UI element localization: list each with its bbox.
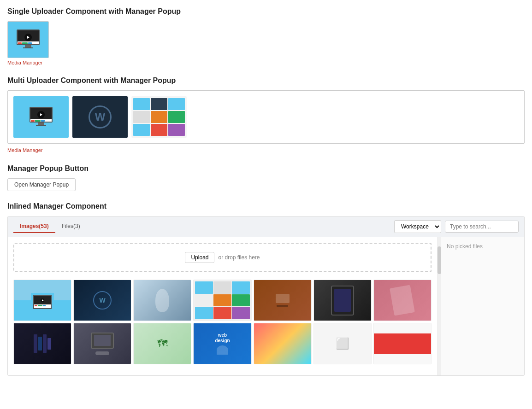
image-cell-4[interactable]	[193, 280, 251, 321]
multi-media-manager-link[interactable]: Media Manager	[7, 147, 42, 153]
image-cell-6[interactable]	[313, 280, 372, 321]
inlined-sidebar: No picked files	[441, 237, 524, 375]
manager-popup-title: Manager Popup Button	[7, 164, 525, 173]
image-cell-9[interactable]	[73, 323, 131, 364]
grid-cell-4	[133, 111, 150, 123]
multi-thumbnails: W	[13, 96, 519, 138]
image-cell-13[interactable]: ⬜	[313, 323, 372, 364]
monitor-icon	[16, 29, 41, 50]
inlined-manager-title: Inlined Manager Component	[7, 202, 525, 210]
inlined-header-right: Workspace	[394, 220, 519, 233]
play-icon-1	[37, 111, 45, 118]
upload-drop-label: or drop files here	[218, 254, 260, 261]
image-cell-8[interactable]	[13, 323, 71, 364]
play-icon	[24, 34, 32, 41]
grid-cell-8	[151, 124, 167, 136]
scrollbar-track	[437, 237, 441, 375]
image-cell-1[interactable]	[13, 280, 71, 321]
image-cell-7[interactable]	[373, 280, 432, 321]
single-uploader: Media Manager	[7, 21, 525, 65]
image-cell-11[interactable]: webdesign	[193, 323, 251, 364]
multi-thumb-2[interactable]: W	[72, 96, 128, 138]
upload-zone[interactable]: Upload or drop files here	[13, 243, 432, 272]
image-cell-14[interactable]	[373, 323, 432, 364]
image-cell-10[interactable]: 🗺	[133, 323, 191, 364]
multi-thumb-3[interactable]	[131, 96, 187, 138]
single-uploader-section: Single Uploader Component with Manager P…	[7, 7, 525, 65]
multi-uploader-title: Multi Uploader Component with Manager Po…	[7, 76, 525, 85]
grid-cell-9	[168, 124, 185, 136]
workspace-select[interactable]: Workspace	[394, 220, 441, 233]
search-input[interactable]	[445, 221, 519, 233]
image-cell-3[interactable]	[133, 280, 191, 321]
multi-uploader-container: W	[7, 90, 525, 144]
inlined-manager-header: Images(53) Files(3) Workspace	[8, 216, 524, 237]
upload-button[interactable]: Upload	[185, 252, 214, 263]
image-cell-12[interactable]	[254, 323, 312, 364]
tab-images[interactable]: Images(53)	[13, 220, 55, 233]
image-cell-5[interactable]	[254, 280, 312, 321]
inlined-manager: Images(53) Files(3) Workspace Upload or …	[7, 216, 525, 376]
inlined-manager-section: Inlined Manager Component Images(53) Fil…	[7, 202, 525, 376]
wordpress-logo: W	[89, 105, 112, 129]
scrollbar-thumb[interactable]	[437, 246, 441, 274]
single-media-manager-link[interactable]: Media Manager	[7, 60, 42, 65]
grid-cell-6	[168, 111, 185, 123]
grid-cell-3	[168, 98, 185, 110]
open-manager-popup-button[interactable]: Open Manager Popup	[7, 178, 76, 191]
monitor-thumb-1	[29, 107, 54, 128]
manager-popup-section: Manager Popup Button Open Manager Popup	[7, 164, 525, 191]
grid-cell-7	[133, 124, 150, 136]
multi-uploader-section: Multi Uploader Component with Manager Po…	[7, 76, 525, 153]
tab-files[interactable]: Files(3)	[55, 220, 87, 233]
multi-thumb-1[interactable]	[13, 96, 69, 138]
single-uploader-title: Single Uploader Component with Manager P…	[7, 7, 525, 16]
grid-cell-2	[151, 98, 167, 110]
inlined-tabs: Images(53) Files(3)	[13, 220, 87, 233]
single-thumbnail[interactable]	[7, 21, 49, 58]
image-grid: W	[13, 280, 432, 364]
no-files-label: No picked files	[447, 243, 483, 250]
image-cell-2[interactable]: W	[73, 280, 131, 321]
inlined-main: Upload or drop files here	[8, 237, 437, 375]
grid-cell-5	[151, 111, 167, 123]
grid-cell-1	[133, 98, 150, 110]
inlined-body: Upload or drop files here	[8, 237, 524, 375]
